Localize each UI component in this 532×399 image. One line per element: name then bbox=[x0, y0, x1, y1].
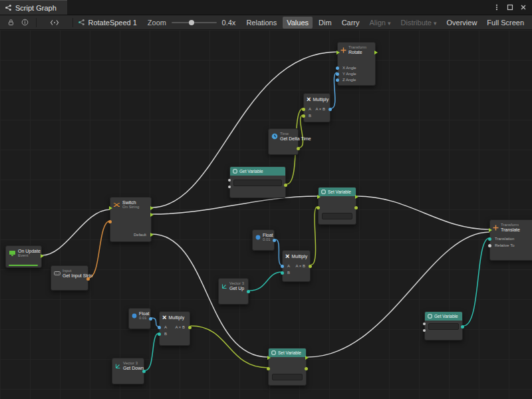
float-out-port[interactable] bbox=[273, 239, 276, 242]
info-icon[interactable] bbox=[21, 19, 29, 26]
carry-button[interactable]: Carry bbox=[338, 17, 364, 29]
x-angle-port[interactable] bbox=[336, 66, 339, 70]
a-port[interactable] bbox=[281, 265, 284, 268]
dim-button[interactable]: Dim bbox=[315, 17, 336, 29]
relative-to-port[interactable] bbox=[488, 244, 491, 247]
zoom-label: Zoom bbox=[148, 19, 166, 27]
flow-in-port[interactable] bbox=[109, 206, 112, 210]
y-angle-port[interactable] bbox=[336, 72, 339, 76]
relations-button[interactable]: Relations bbox=[242, 17, 281, 29]
edge-get-up-to-multiply-mid[interactable] bbox=[249, 272, 282, 291]
edge-multiply-to-rotate[interactable] bbox=[331, 72, 337, 108]
node-get-variable-bottom[interactable]: Get Variable bbox=[424, 311, 463, 340]
node-vector3-get-down[interactable]: Vector 3 Get Down bbox=[112, 358, 144, 384]
string-out-port[interactable] bbox=[86, 277, 90, 281]
variable-value-out-port[interactable] bbox=[461, 325, 464, 329]
edge-float-to-multiply-bottom[interactable] bbox=[152, 318, 159, 327]
float-out-port[interactable] bbox=[149, 317, 152, 321]
vector3-icon bbox=[115, 363, 121, 369]
node-on-update[interactable]: On Update Event bbox=[5, 245, 42, 268]
value-in-port[interactable] bbox=[267, 367, 270, 370]
edge-float-to-multiply-mid[interactable] bbox=[275, 239, 282, 265]
close-icon[interactable] bbox=[520, 4, 527, 11]
node-get-variable-top[interactable]: Get Variable bbox=[229, 166, 286, 198]
multiply-icon bbox=[307, 96, 311, 102]
node-rotate[interactable]: Transform Rotate X Angle Y Angle Z Angle bbox=[337, 42, 376, 86]
full-screen-button[interactable]: Full Screen bbox=[483, 17, 528, 29]
edge-multiply-mid-to-set-variable[interactable] bbox=[311, 207, 317, 265]
node-set-variable-bottom[interactable]: Set Variable bbox=[268, 348, 307, 386]
distribute-dropdown[interactable]: Distribute bbox=[397, 17, 441, 29]
flow-in-port[interactable] bbox=[489, 228, 492, 232]
z-angle-port[interactable] bbox=[336, 78, 339, 82]
overview-button[interactable]: Overview bbox=[443, 17, 481, 29]
edge-get-down-to-multiply-bottom[interactable] bbox=[145, 333, 159, 370]
flow-out-port[interactable] bbox=[305, 356, 309, 360]
edge-get-variable-to-translate[interactable] bbox=[464, 238, 489, 326]
lock-icon[interactable] bbox=[7, 19, 15, 26]
a-port[interactable] bbox=[302, 108, 305, 111]
variable-value-out-port[interactable] bbox=[284, 184, 287, 187]
graph-breadcrumb[interactable]: RotateSpeed 1 bbox=[78, 19, 136, 27]
event-indicator bbox=[9, 265, 38, 266]
angle-brackets-icon[interactable] bbox=[50, 19, 59, 26]
flow-in-port[interactable] bbox=[317, 195, 321, 199]
maximize-icon[interactable] bbox=[507, 4, 513, 11]
node-translate[interactable]: Transform Translate Translation Relative… bbox=[489, 219, 532, 261]
window-menu-icon[interactable] bbox=[493, 4, 500, 11]
variable-name-field[interactable] bbox=[272, 374, 303, 380]
flow-out-port[interactable] bbox=[150, 206, 154, 210]
result-port[interactable] bbox=[188, 326, 192, 329]
value-in-port[interactable] bbox=[317, 206, 320, 209]
variable-name-field[interactable] bbox=[428, 323, 459, 330]
b-port[interactable] bbox=[158, 332, 161, 336]
graph-canvas[interactable]: Transform Rotate X Angle Y Angle Z Angle… bbox=[0, 30, 532, 399]
edge-set-variable-top-to-translate[interactable] bbox=[357, 196, 489, 229]
variable-name-field[interactable] bbox=[233, 180, 282, 186]
flow-out-port[interactable] bbox=[355, 195, 358, 199]
result-port[interactable] bbox=[309, 265, 312, 268]
default-flow-out-port[interactable] bbox=[150, 233, 154, 237]
node-multiply-top[interactable]: Multiply AA × B B bbox=[303, 93, 331, 122]
vector-out-port[interactable] bbox=[142, 370, 146, 373]
port-label: B bbox=[309, 113, 311, 118]
value-out-port[interactable] bbox=[305, 367, 308, 370]
result-port[interactable] bbox=[329, 108, 332, 111]
script-graph-icon bbox=[78, 19, 85, 26]
b-port[interactable] bbox=[302, 114, 305, 118]
edge-on-update-to-switch[interactable] bbox=[42, 209, 110, 255]
node-get-delta-time[interactable]: Time Get Delta Time bbox=[268, 128, 299, 155]
node-float-top[interactable]: Float 0.01 bbox=[252, 229, 275, 251]
flow-out-port[interactable] bbox=[374, 51, 378, 55]
b-port[interactable] bbox=[281, 271, 284, 275]
flow-in-port[interactable] bbox=[336, 51, 340, 55]
flow-out-port[interactable] bbox=[41, 254, 44, 258]
vector-out-port[interactable] bbox=[247, 290, 250, 293]
align-dropdown[interactable]: Align bbox=[366, 17, 395, 29]
node-get-input-string[interactable]: Input Get Input Strin bbox=[51, 265, 88, 291]
fallback-port[interactable] bbox=[228, 186, 231, 188]
delta-time-out-port[interactable] bbox=[297, 147, 300, 150]
zoom-slider[interactable] bbox=[172, 22, 217, 23]
node-set-variable-top[interactable]: Set Variable bbox=[318, 187, 356, 225]
node-vector3-get-up[interactable]: Vector 3 Get Up bbox=[218, 278, 249, 305]
variable-input-port[interactable] bbox=[423, 323, 426, 325]
edge-switch-to-set-variable-top[interactable] bbox=[152, 196, 317, 214]
tab-script-graph[interactable]: Script Graph bbox=[0, 0, 67, 15]
value-out-port[interactable] bbox=[354, 206, 358, 209]
flow-out-port[interactable] bbox=[150, 213, 154, 217]
selector-port[interactable] bbox=[108, 220, 112, 223]
fallback-port[interactable] bbox=[423, 329, 426, 332]
node-float-bottom[interactable]: Float 0.01 bbox=[128, 308, 151, 329]
edge-multiply-bottom-to-set-variable[interactable] bbox=[191, 326, 268, 368]
node-multiply-mid[interactable]: Multiply AA × B B bbox=[282, 250, 311, 282]
node-switch-on-string[interactable]: Switch On String Default bbox=[110, 197, 152, 242]
values-button[interactable]: Values bbox=[283, 17, 313, 29]
a-port[interactable] bbox=[158, 326, 161, 329]
translation-port[interactable] bbox=[488, 237, 491, 241]
variable-input-port[interactable] bbox=[228, 179, 231, 182]
flow-in-port[interactable] bbox=[267, 356, 271, 360]
node-multiply-bottom[interactable]: Multiply AA × B B bbox=[159, 311, 190, 346]
zoom-slider-thumb[interactable] bbox=[189, 20, 194, 25]
variable-name-field[interactable] bbox=[322, 213, 352, 219]
